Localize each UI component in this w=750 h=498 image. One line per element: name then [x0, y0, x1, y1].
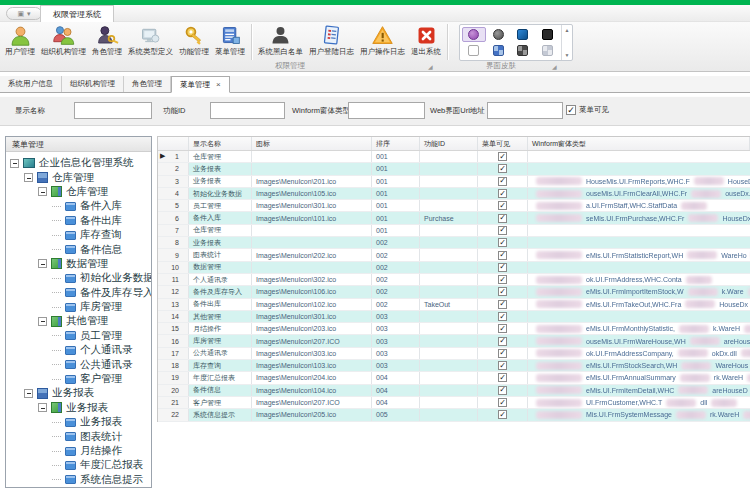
checkbox-icon[interactable]: ✓: [498, 275, 507, 284]
table-row[interactable]: 9图表统计Images\MenuIcon\202.ico002✓eMis.UI.…: [158, 249, 750, 261]
quick-access-toolbar[interactable]: ▣▾: [6, 7, 42, 20]
col-header-icon[interactable]: 图标: [252, 137, 372, 150]
ribbon-button-exit[interactable]: 退出系统: [408, 23, 444, 61]
ribbon-button-system-type[interactable]: 系统类型定义: [125, 23, 176, 61]
dialog-launcher-icon[interactable]: ◢: [428, 63, 433, 70]
ribbon-button-org[interactable]: 组织机构管理: [38, 23, 89, 61]
tree-item[interactable]: 员工管理: [6, 329, 151, 343]
table-row[interactable]: ▶1仓库管理001✓: [158, 151, 750, 163]
close-tab-icon[interactable]: ×: [216, 80, 221, 89]
table-row[interactable]: 10数据管理002✓: [158, 262, 750, 274]
app-title-tab[interactable]: 权限管理系统: [40, 5, 114, 22]
table-row[interactable]: 15月结操作Images\MenuIcon\203.ico003✓eMis.UI…: [158, 323, 750, 335]
tree-item[interactable]: 备件入库: [6, 199, 151, 213]
checkbox-icon[interactable]: ✓: [498, 410, 507, 419]
table-row[interactable]: 22系统信息提示Images\MenuIcon\205.ico005✓Mis.U…: [158, 409, 750, 421]
tree-item[interactable]: 系统信息提示: [6, 473, 151, 487]
collapse-icon[interactable]: [38, 187, 47, 196]
table-row[interactable]: 12备件及库存导入Images\MenuIcon\106.ico002✓eMis…: [158, 286, 750, 298]
tree-item[interactable]: 个人通讯录: [6, 343, 151, 357]
table-row[interactable]: 13备件出库Images\MenuIcon\102.ico002TakeOut✓…: [158, 299, 750, 311]
checkbox-icon[interactable]: ✓: [498, 287, 507, 296]
checkbox-icon[interactable]: ✓: [498, 251, 507, 260]
checkbox-icon[interactable]: ✓: [498, 189, 507, 198]
scroll-up-icon[interactable]: ▲: [565, 27, 570, 33]
checkbox-icon[interactable]: ✓: [498, 263, 507, 272]
collapse-icon[interactable]: [38, 317, 47, 326]
collapse-icon[interactable]: [38, 259, 47, 268]
checkbox-icon[interactable]: ✓: [498, 349, 507, 358]
tree-item[interactable]: 数据管理: [6, 257, 151, 271]
table-row[interactable]: 11个人通讯录Images\MenuIcon\302.ico002✓ok.UI.…: [158, 274, 750, 286]
skin-swatch-5[interactable]: [462, 43, 486, 58]
tree-item[interactable]: 仓库管理: [6, 185, 151, 199]
scroll-down-icon[interactable]: ▼: [565, 52, 570, 58]
ribbon-button-blacklist[interactable]: 系统黑白名单: [255, 23, 306, 61]
col-header-winform[interactable]: Winform窗体类型: [528, 137, 750, 150]
table-row[interactable]: 2业务报表001✓: [158, 163, 750, 175]
checkbox-icon[interactable]: ✓: [498, 177, 507, 186]
table-row[interactable]: 3业务报表Images\MenuIcon\201.ico001✓HouseMis…: [158, 176, 750, 188]
checkbox-icon[interactable]: ✓: [498, 324, 507, 333]
skin-swatch-4[interactable]: [536, 27, 560, 42]
table-row[interactable]: 17公共通讯录Images\MenuIcon\303.ico003✓ok.UI.…: [158, 348, 750, 360]
tree-item[interactable]: 年度汇总报表: [6, 458, 151, 472]
tree-item[interactable]: 仓库管理: [6, 170, 151, 184]
tree-item[interactable]: 业务报表: [6, 415, 151, 429]
table-row[interactable]: 18库存查询Images\MenuIcon\103.ico003✓eMis.UI…: [158, 360, 750, 372]
tree-item[interactable]: 备件出库: [6, 214, 151, 228]
collapse-icon[interactable]: [24, 173, 33, 182]
tree-item[interactable]: 业务报表: [6, 386, 151, 400]
skin-swatch-6[interactable]: [487, 43, 511, 58]
skin-swatch-7[interactable]: [511, 43, 535, 58]
ribbon-button-operation-log[interactable]: 用户操作日志: [357, 23, 408, 61]
skin-swatch-1[interactable]: [462, 27, 486, 42]
winform-type-field[interactable]: [348, 102, 425, 119]
table-row[interactable]: 21客户管理Images\MenuIcon\207.ICO004✓UI.FrmC…: [158, 397, 750, 409]
skin-swatch-3[interactable]: [511, 27, 535, 42]
col-header-sort[interactable]: 排序: [372, 137, 420, 150]
page-tab-2[interactable]: 组织机构管理: [62, 76, 124, 92]
table-row[interactable]: 8业务报表002✓: [158, 237, 750, 249]
checkbox-icon[interactable]: ✓: [498, 152, 507, 161]
tree-item[interactable]: 备件及库存导入: [6, 286, 151, 300]
col-header-funcid[interactable]: 功能ID: [420, 137, 478, 150]
tree-item[interactable]: 图表统计: [6, 429, 151, 443]
skin-swatch-8[interactable]: [536, 43, 560, 58]
checkbox-icon[interactable]: ✓: [498, 337, 507, 346]
checkbox-icon[interactable]: ✓: [498, 214, 507, 223]
page-tab-1[interactable]: 系统用户信息: [0, 76, 62, 92]
table-row[interactable]: 4初始化业务数据Images\MenuIcon\105.ico001✓ouseM…: [158, 188, 750, 200]
tree-item[interactable]: 公共通讯录: [6, 357, 151, 371]
page-tab-4[interactable]: 菜单管理×: [171, 76, 230, 93]
checkbox-icon[interactable]: ✓: [498, 201, 507, 210]
table-row[interactable]: 7仓库管理001✓: [158, 225, 750, 237]
tree-item[interactable]: 业务报表: [6, 401, 151, 415]
checkbox-icon[interactable]: ✓: [498, 238, 507, 247]
table-row[interactable]: 5员工管理Images\MenuIcon\301.ico001✓a.UI.Frm…: [158, 200, 750, 212]
ribbon-button-login-log[interactable]: 用户登陆日志: [306, 23, 357, 61]
ribbon-button-key[interactable]: 功能管理: [176, 23, 212, 61]
table-row[interactable]: 16库房管理Images\MenuIcon\207.ICO003✓ouseMis…: [158, 335, 750, 347]
tree-item[interactable]: 其他管理: [6, 314, 151, 328]
skin-swatch-2[interactable]: [487, 27, 511, 42]
display-name-field[interactable]: [74, 102, 152, 119]
checkbox-icon[interactable]: ✓: [498, 312, 507, 321]
col-header-name[interactable]: 显示名称: [189, 137, 252, 150]
checkbox-icon[interactable]: ✓: [498, 386, 507, 395]
collapse-icon[interactable]: [38, 403, 47, 412]
tree-item[interactable]: 库存查询: [6, 228, 151, 242]
menu-visible-checkbox[interactable]: ✓菜单可见: [566, 105, 609, 115]
table-row[interactable]: 6备件入库Images\MenuIcon\101.ico001Purchase✓…: [158, 212, 750, 224]
function-id-field[interactable]: [210, 102, 285, 119]
tree-item[interactable]: 备件信息: [6, 242, 151, 256]
dialog-launcher-icon[interactable]: ◢: [552, 63, 557, 70]
tree-item[interactable]: 客户管理: [6, 372, 151, 386]
tree-item[interactable]: 初始化业务数据: [6, 271, 151, 285]
checkbox-icon[interactable]: ✓: [498, 164, 507, 173]
ribbon-button-user[interactable]: 用户管理: [2, 23, 38, 61]
checkbox-icon[interactable]: ✓: [498, 300, 507, 309]
table-row[interactable]: 14其他管理Images\MenuIcon\301.ico003✓: [158, 311, 750, 323]
page-tab-3[interactable]: 角色管理: [124, 76, 171, 92]
checkbox-icon[interactable]: ✓: [498, 361, 507, 370]
